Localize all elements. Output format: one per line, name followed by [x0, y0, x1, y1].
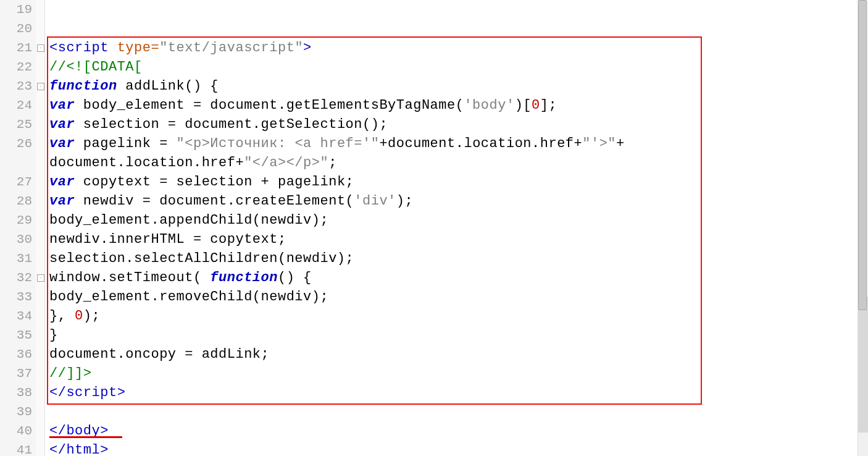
- code-line[interactable]: document.location.href+"</a></p>";: [49, 153, 856, 172]
- token-kw: var: [49, 193, 75, 209]
- token-tag: >: [117, 385, 126, 400]
- code-line[interactable]: window.setTimeout( function() {: [49, 268, 856, 287]
- line-number: 35: [0, 326, 36, 345]
- token-plain: document.location.href+: [49, 155, 244, 171]
- token-plain: );: [83, 308, 100, 324]
- annotation-red-underline: [49, 436, 122, 438]
- token-plain: ];: [540, 98, 557, 113]
- token-plain: [49, 2, 58, 17]
- code-line[interactable]: [49, 402, 856, 421]
- token-plain: },: [49, 308, 75, 324]
- code-line[interactable]: </html>: [49, 441, 856, 456]
- code-line[interactable]: function addLink() {: [49, 77, 856, 96]
- code-line[interactable]: //<![CDATA[: [49, 57, 856, 77]
- line-number: 32: [0, 268, 36, 287]
- token-plain: () {: [278, 270, 312, 285]
- token-plain: window.setTimeout(: [49, 270, 210, 285]
- code-line[interactable]: var pagelink = "<p>Источник: <a href='"+…: [49, 134, 856, 153]
- line-number: 20: [0, 19, 36, 38]
- token-tag: </script: [49, 385, 117, 400]
- line-number: [0, 153, 36, 172]
- token-plain: selection.selectAllChildren(newdiv);: [49, 251, 354, 266]
- line-number: 39: [0, 402, 36, 421]
- fold-toggle-icon[interactable]: -: [37, 83, 44, 90]
- code-line[interactable]: //]]>: [49, 364, 856, 383]
- line-number: 21: [0, 38, 36, 57]
- token-str: "<p>Источник: <a href='": [177, 136, 380, 151]
- token-attr: type=: [117, 40, 160, 56]
- token-plain: body_element.removeChild(newdiv);: [49, 289, 328, 305]
- code-line[interactable]: [49, 0, 856, 19]
- token-num: 0: [532, 98, 540, 113]
- line-number: 24: [0, 96, 36, 115]
- token-plain: +document.location.href+: [379, 136, 582, 151]
- token-plain: selection = document.getSelection();: [75, 117, 388, 132]
- token-plain: newdiv = document.createElement(: [75, 193, 354, 209]
- scrollbar-overview-marker: [858, 297, 868, 433]
- line-number-gutter: 1920212223242526272829303132333435363738…: [0, 0, 36, 456]
- token-kw: function: [49, 78, 117, 94]
- line-number: 38: [0, 383, 36, 402]
- token-kw: var: [49, 174, 75, 190]
- line-number: 40: [0, 421, 36, 441]
- line-number: 22: [0, 57, 36, 77]
- fold-toggle-icon[interactable]: -: [37, 44, 44, 52]
- code-line[interactable]: var copytext = selection + pagelink;: [49, 172, 856, 192]
- token-plain: );: [396, 193, 413, 209]
- line-number: 31: [0, 249, 36, 268]
- code-line[interactable]: body_element.appendChild(newdiv);: [49, 211, 856, 230]
- code-line[interactable]: var newdiv = document.createElement('div…: [49, 192, 856, 211]
- token-kw: function: [210, 270, 278, 285]
- scrollbar-thumb[interactable]: [858, 0, 867, 310]
- line-number: 19: [0, 0, 36, 19]
- token-str: "'>": [582, 136, 616, 151]
- code-line[interactable]: body_element.removeChild(newdiv);: [49, 287, 856, 306]
- code-line[interactable]: </body>: [49, 421, 856, 441]
- fold-column: ---: [36, 0, 45, 456]
- token-plain: [49, 404, 58, 420]
- fold-toggle-icon[interactable]: -: [37, 274, 44, 282]
- line-number: 29: [0, 211, 36, 230]
- token-plain: +: [616, 136, 625, 151]
- code-line[interactable]: }: [49, 326, 856, 345]
- token-tag: </html>: [49, 442, 109, 456]
- token-plain: }: [49, 327, 58, 343]
- code-line[interactable]: </script>: [49, 383, 856, 402]
- code-line[interactable]: document.oncopy = addLink;: [49, 345, 856, 364]
- token-str: "text/javascript": [159, 40, 303, 56]
- line-number: 23: [0, 77, 36, 96]
- token-cmt: //<![CDATA[: [49, 59, 143, 75]
- line-number: 37: [0, 364, 36, 383]
- code-area[interactable]: <script type="text/javascript">//<![CDAT…: [49, 0, 856, 456]
- token-kw: var: [49, 98, 75, 113]
- code-line[interactable]: <script type="text/javascript">: [49, 38, 856, 57]
- token-str: "</a></p>": [244, 155, 328, 171]
- token-plain: document.oncopy = addLink;: [49, 347, 269, 362]
- token-tag: <script: [49, 40, 117, 56]
- token-cmt: //]]>: [49, 366, 92, 381]
- line-number: 36: [0, 345, 36, 364]
- code-line[interactable]: selection.selectAllChildren(newdiv);: [49, 249, 856, 268]
- token-plain: ;: [328, 155, 337, 171]
- token-tag: >: [303, 40, 312, 56]
- code-line[interactable]: newdiv.innerHTML = copytext;: [49, 230, 856, 249]
- line-number: 26: [0, 134, 36, 153]
- code-line[interactable]: }, 0);: [49, 306, 856, 326]
- token-num: 0: [75, 308, 83, 324]
- token-plain: )[: [515, 98, 532, 113]
- token-plain: body_element.appendChild(newdiv);: [49, 213, 328, 228]
- code-line[interactable]: var body_element = document.getElementsB…: [49, 96, 856, 115]
- line-number: 34: [0, 306, 36, 326]
- code-line[interactable]: [49, 19, 856, 38]
- token-plain: addLink() {: [117, 78, 219, 94]
- line-number: 30: [0, 230, 36, 249]
- line-number: 27: [0, 172, 36, 192]
- line-number: 28: [0, 192, 36, 211]
- token-str: 'body': [464, 98, 514, 113]
- vertical-scrollbar[interactable]: [858, 0, 868, 456]
- token-plain: copytext = selection + pagelink;: [75, 174, 354, 190]
- code-editor: 1920212223242526272829303132333435363738…: [0, 0, 868, 456]
- token-plain: pagelink =: [75, 136, 176, 151]
- code-line[interactable]: var selection = document.getSelection();: [49, 115, 856, 134]
- token-plain: newdiv.innerHTML = copytext;: [49, 232, 286, 247]
